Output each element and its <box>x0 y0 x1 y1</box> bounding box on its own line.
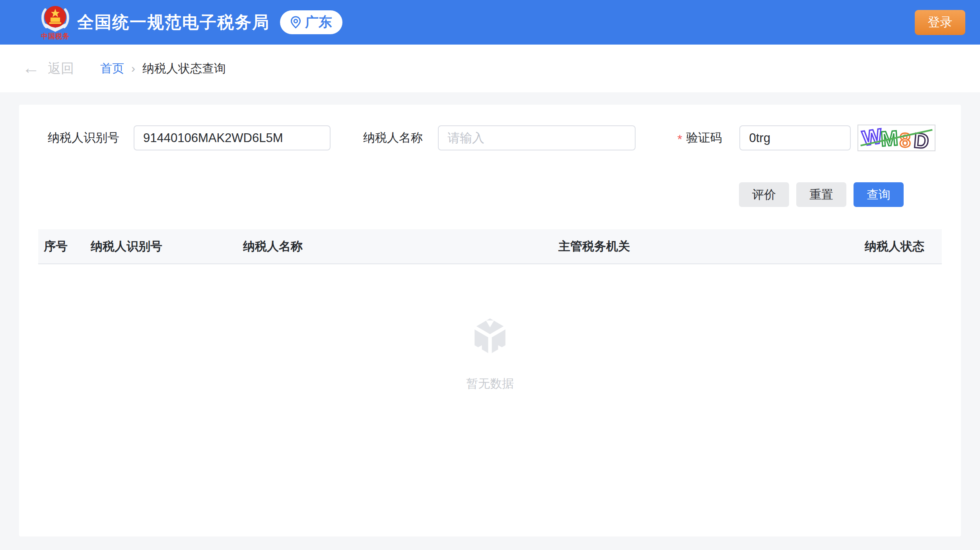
column-header-tax-authority: 主管税务机关 <box>558 238 865 255</box>
captcha-image[interactable]: W M 8 D <box>858 125 935 151</box>
breadcrumb: 首页 › 纳税人状态查询 <box>100 60 226 77</box>
required-asterisk: * <box>677 132 682 147</box>
column-header-taxpayer-status: 纳税人状态 <box>865 238 924 255</box>
column-header-taxpayer-id: 纳税人识别号 <box>91 238 243 255</box>
app-title: 全国统一规范电子税务局 <box>77 11 270 33</box>
empty-box-icon <box>470 316 510 358</box>
region-selector[interactable]: 广东 <box>280 10 342 34</box>
evaluate-button[interactable]: 评价 <box>739 182 789 207</box>
column-header-taxpayer-name: 纳税人名称 <box>243 238 558 255</box>
captcha-label: 验证码 <box>686 130 722 146</box>
logo-caption: 中国税务 <box>41 31 70 41</box>
reset-button[interactable]: 重置 <box>796 182 846 207</box>
back-label: 返回 <box>48 60 74 78</box>
captcha-field: * 验证码 W M 8 D <box>677 125 935 151</box>
query-card: 纳税人识别号 纳税人名称 * 验证码 W M 8 D <box>19 105 961 536</box>
back-button[interactable]: ← 返回 <box>22 60 74 78</box>
captcha-input[interactable] <box>739 125 851 150</box>
taxpayer-name-field: 纳税人名称 <box>363 125 636 150</box>
breadcrumb-separator-icon: › <box>131 62 135 75</box>
taxpayer-id-label: 纳税人识别号 <box>48 130 119 146</box>
national-emblem-icon <box>41 4 70 33</box>
app-header: 中国税务 全国统一规范电子税务局 广东 登录 <box>0 0 980 45</box>
location-pin-icon <box>290 16 301 29</box>
empty-state: 暂无数据 <box>38 316 942 392</box>
empty-message: 暂无数据 <box>466 376 514 392</box>
region-label: 广东 <box>305 13 332 31</box>
taxpayer-id-field: 纳税人识别号 <box>48 125 331 150</box>
results-table-header: 序号 纳税人识别号 纳税人名称 主管税务机关 纳税人状态 <box>38 229 942 264</box>
action-buttons: 评价 重置 查询 <box>38 182 942 207</box>
breadcrumb-home[interactable]: 首页 <box>100 60 124 77</box>
taxpayer-id-input[interactable] <box>134 125 331 150</box>
column-header-seq: 序号 <box>44 238 91 255</box>
page-content: 纳税人识别号 纳税人名称 * 验证码 W M 8 D <box>0 92 980 550</box>
taxpayer-name-input[interactable] <box>438 125 636 150</box>
query-form: 纳税人识别号 纳税人名称 * 验证码 W M 8 D <box>38 105 942 151</box>
breadcrumb-current: 纳税人状态查询 <box>142 60 226 77</box>
back-arrow-icon: ← <box>22 59 40 76</box>
tax-bureau-logo: 中国税务 <box>40 4 71 41</box>
query-button[interactable]: 查询 <box>854 182 904 207</box>
taxpayer-name-label: 纳税人名称 <box>363 130 423 146</box>
login-button[interactable]: 登录 <box>915 10 965 35</box>
captcha-char-3: 8 <box>900 129 911 150</box>
breadcrumb-bar: ← 返回 首页 › 纳税人状态查询 <box>0 45 980 92</box>
